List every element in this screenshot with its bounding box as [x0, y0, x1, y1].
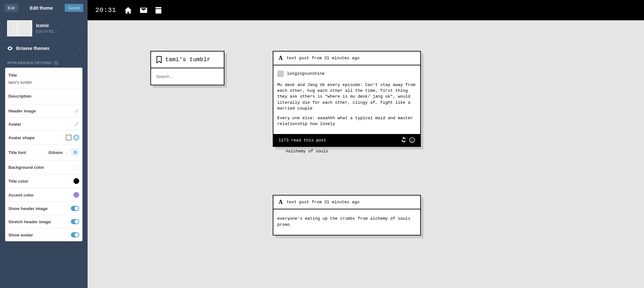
posts-column: A text post from 31 minutes ago longings…: [273, 51, 421, 235]
mail-icon[interactable]: [140, 8, 147, 13]
post: A text post from 31 minutes ago everyone…: [273, 195, 421, 235]
font-name: Gibson: [48, 150, 63, 155]
help-icon[interactable]: ?: [54, 61, 58, 65]
post-header: A text post from 31 minutes ago: [273, 196, 420, 209]
header-image-label: Header image: [8, 109, 74, 113]
bg-color-label: Background color: [8, 165, 73, 170]
post: A text post from 31 minutes ago longings…: [273, 51, 421, 147]
chevron-right-icon: ›: [79, 46, 80, 51]
post-paragraph: Mu deok and Jang Uk every episode: Can't…: [277, 82, 416, 111]
stretch-header-toggle[interactable]: [71, 219, 79, 224]
avatar-shape-circle[interactable]: [73, 135, 79, 140]
section-label: APPEARANCE OPTIONS: [7, 61, 52, 65]
accent-color-swatch[interactable]: [73, 192, 79, 198]
sidebar-header: Exit Edit theme Saved: [0, 0, 88, 16]
theme-row: Iconic Edit HTML ›: [0, 16, 88, 41]
browse-themes-label: Browse themes: [16, 46, 79, 51]
sidebar-widget: tami's tumblr Search...: [150, 51, 224, 85]
avatar-label: Avatar: [8, 122, 74, 127]
post-header: A text post from 31 minutes ago: [273, 52, 420, 65]
notes-count[interactable]: 1173 read this post: [279, 138, 326, 143]
font-select[interactable]: Gibson ⌄ B: [48, 149, 79, 156]
avatar-option[interactable]: Avatar: [5, 118, 82, 131]
title-label: Title: [8, 73, 79, 78]
title-color-label: Title color: [8, 179, 73, 184]
reblog-header[interactable]: longingsunshine: [277, 69, 416, 79]
show-avatar-label: Show avatar: [8, 233, 71, 237]
search-input[interactable]: Search...: [151, 68, 224, 85]
avatar-shape-label: Avatar shape: [8, 135, 66, 140]
post-meta: text post from 31 minutes ago: [287, 56, 359, 61]
archive-icon[interactable]: [156, 7, 161, 14]
pencil-icon: [74, 108, 79, 113]
post-footer: 1173 read this post: [273, 134, 420, 146]
stretch-header-label: Stretch header image: [8, 219, 71, 224]
post-tags[interactable]: #alchemy of souls: [273, 147, 421, 156]
eye-icon: [7, 46, 13, 50]
bg-color-swatch[interactable]: [73, 164, 79, 170]
title-input[interactable]: tami's tumblr: [5, 80, 82, 88]
description-option[interactable]: Description: [5, 88, 82, 104]
browse-themes-row[interactable]: Browse themes ›: [0, 41, 88, 55]
title-color-option[interactable]: Title color: [5, 174, 82, 188]
show-header-label: Show header image: [8, 206, 71, 211]
saved-button[interactable]: Saved: [65, 4, 83, 12]
home-icon[interactable]: [125, 7, 132, 14]
avatar: [277, 71, 284, 77]
edit-html-link[interactable]: Edit HTML ›: [36, 29, 57, 34]
title-font-option: Title font Gibson ⌄ B: [5, 145, 82, 160]
appearance-section-header: APPEARANCE OPTIONS ?: [0, 55, 88, 68]
blog-title: tami's tumblr: [165, 56, 210, 63]
post-paragraph: Every one else: aaaahhh what a typical m…: [277, 115, 416, 127]
text-post-icon: A: [279, 199, 283, 206]
accent-color-option[interactable]: Accent color: [5, 188, 82, 202]
post-paragraph: everyone's eating up the crumbs from alc…: [277, 216, 416, 227]
header-image-option[interactable]: Header image: [5, 104, 82, 118]
exit-button[interactable]: Exit: [5, 4, 18, 12]
appearance-options-panel: Title tami's tumblr Description Header i…: [5, 68, 82, 241]
avatar-shape-option: Avatar shape: [5, 131, 82, 145]
accent-color-label: Accent color: [8, 193, 73, 197]
title-option[interactable]: Title: [5, 68, 82, 80]
post-body: everyone's eating up the crumbs from alc…: [273, 209, 420, 235]
show-avatar-option: Show avatar: [5, 228, 82, 241]
edit-html-label: Edit HTML: [36, 29, 54, 34]
smile-icon[interactable]: [409, 137, 415, 143]
description-label: Description: [8, 94, 79, 99]
svg-point-0: [410, 138, 415, 143]
bookmark-icon: [156, 56, 162, 63]
bold-toggle[interactable]: B: [71, 149, 79, 156]
title-color-swatch[interactable]: [73, 178, 79, 184]
text-post-icon: A: [279, 55, 283, 62]
widget-title-row: tami's tumblr: [151, 52, 224, 68]
show-avatar-toggle[interactable]: [71, 232, 79, 237]
clock: 20:31: [95, 6, 116, 14]
theme-thumbnail: [7, 20, 32, 36]
title-font-label: Title font: [8, 150, 48, 155]
reblog-icon[interactable]: [400, 137, 405, 143]
post-container: A text post from 31 minutes ago longings…: [273, 51, 421, 156]
post-body: longingsunshine Mu deok and Jang Uk ever…: [273, 65, 420, 134]
show-header-option: Show header image: [5, 202, 82, 215]
show-header-toggle[interactable]: [71, 206, 79, 211]
theme-preview: 20:31 tami's tumblr Search...: [88, 0, 644, 288]
svg-point-1: [411, 139, 412, 140]
chevron-right-icon: ›: [56, 29, 57, 34]
reblog-username: longingsunshine: [287, 71, 325, 77]
post-meta: text post from 31 minutes ago: [287, 200, 359, 205]
avatar-shape-square[interactable]: [66, 135, 71, 140]
svg-point-2: [413, 139, 413, 140]
stretch-header-option: Stretch header image: [5, 215, 82, 228]
edit-theme-title: Edit theme: [18, 5, 65, 11]
preview-topbar: 20:31: [88, 0, 644, 20]
theme-name: Iconic: [36, 23, 57, 28]
pencil-icon: [74, 121, 79, 127]
chevron-down-icon: ⌄: [65, 150, 69, 155]
sidebar: Exit Edit theme Saved Iconic Edit HTML ›…: [0, 0, 88, 288]
bg-color-option[interactable]: Background color: [5, 160, 82, 174]
